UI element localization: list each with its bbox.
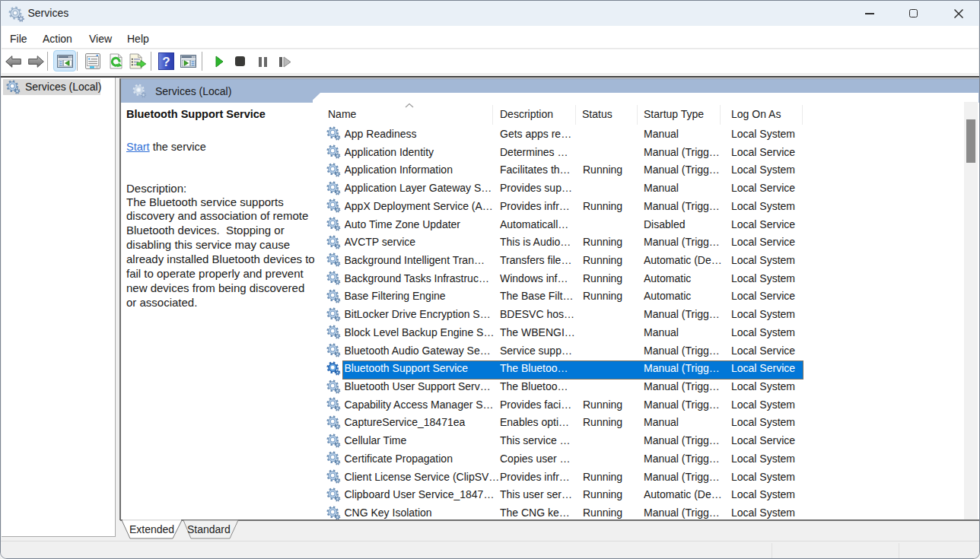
svg-text:?: ?	[162, 55, 170, 69]
